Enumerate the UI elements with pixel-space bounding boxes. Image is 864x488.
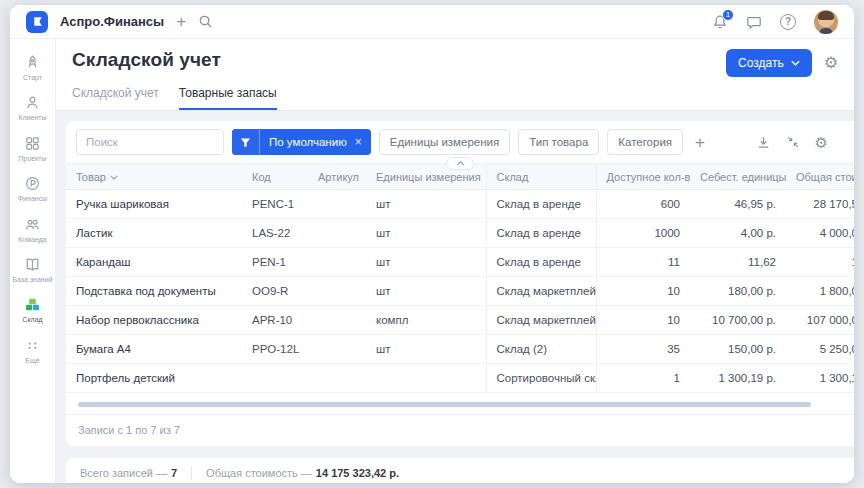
column-header-unit-cost[interactable]: Себест. единицы [690, 164, 786, 190]
table-row[interactable]: Набор первоклассникаAPR-10комплСклад мар… [66, 306, 854, 335]
tab-bar: Складской учет Товарные запасы [72, 86, 838, 110]
inventory-card: По умолчанию × Единицы измерения Тип тов… [66, 121, 854, 446]
sidebar-item-finance[interactable]: Финансы [10, 170, 56, 209]
rocket-icon [24, 54, 41, 71]
notifications-button[interactable]: 1 [712, 14, 728, 30]
people-icon [24, 216, 41, 233]
table-tools: ⚙ [756, 135, 844, 150]
collapse-table-button[interactable] [446, 157, 474, 170]
page-title: Складской учет [72, 49, 221, 71]
total-cost-value: 14 175 323,42 р. [316, 467, 399, 479]
table-row[interactable]: Ручка шариковаяPENC-1штСклад в аренде600… [66, 190, 854, 219]
table-row[interactable]: Бумага А4PPO-12LштСклад (2)35150,00 р.5 … [66, 335, 854, 364]
default-filter-chip[interactable]: По умолчанию × [232, 129, 371, 155]
total-records-value: 7 [171, 467, 177, 479]
filter-units-button[interactable]: Единицы измерения [379, 129, 510, 155]
sidebar-item-knowledge[interactable]: База знаний [10, 251, 56, 290]
page-settings-button[interactable]: ⚙ [824, 55, 838, 71]
column-header-product[interactable]: Товар [66, 164, 242, 190]
table-row[interactable]: КарандашPEN-1штСклад в аренде1111,621 [66, 248, 854, 277]
horizontal-scrollbar [78, 402, 842, 407]
person-icon [24, 94, 41, 111]
records-info: Записи с 1 по 7 из 7 [66, 414, 854, 446]
quick-add-button[interactable]: + [176, 13, 186, 30]
app-title: Аспро.Финансы [60, 14, 164, 29]
sidebar-item-clients[interactable]: Клиенты [10, 89, 56, 128]
summary-bar: Всего записей —7 Общая стоимость —14 175… [66, 458, 854, 483]
close-icon[interactable]: × [355, 135, 362, 149]
funnel-icon[interactable] [232, 129, 260, 155]
search-input[interactable] [76, 129, 224, 155]
content-area: По умолчанию × Единицы измерения Тип тов… [56, 111, 854, 483]
table-row[interactable]: Портфель детскийСортировочный скла11 300… [66, 364, 854, 393]
download-icon [756, 135, 771, 150]
page-header: Складской учет Создать ⚙ Складской учет … [56, 39, 854, 111]
help-button[interactable]: ? [780, 14, 796, 30]
export-button[interactable] [756, 135, 771, 150]
topbar-actions: 1 ? [712, 10, 838, 34]
column-header-code[interactable]: Код [242, 164, 308, 190]
more-dots-icon [24, 337, 41, 354]
column-header-warehouse[interactable]: Склад [486, 164, 596, 190]
app-logo-icon[interactable] [26, 11, 48, 33]
collapse-arrows-icon [786, 135, 800, 149]
chat-button[interactable] [746, 14, 762, 30]
topbar: Аспро.Финансы + 1 ? [10, 5, 854, 39]
grid-icon [24, 135, 41, 152]
warehouse-boxes-icon [24, 296, 41, 313]
chevron-down-icon [791, 60, 800, 66]
gear-icon: ⚙ [815, 135, 828, 150]
total-cost-label: Общая стоимость —14 175 323,42 р. [206, 467, 399, 479]
summary-divider [191, 466, 192, 480]
inventory-table: Товар Код Артикул Единицы измерения Скла… [66, 163, 854, 393]
tab-warehouse-accounting[interactable]: Складской учет [72, 86, 159, 110]
sidebar-item-projects[interactable]: Проекты [10, 130, 56, 169]
avatar[interactable] [814, 10, 838, 34]
table-row[interactable]: ЛастикLAS-22штСклад в аренде10004,00 р.4… [66, 219, 854, 248]
column-header-sku[interactable]: Артикул [308, 164, 366, 190]
sidebar-item-start[interactable]: Старт [10, 49, 56, 88]
column-header-total-cost[interactable]: Общая стоим [786, 164, 854, 190]
notification-badge: 1 [722, 9, 734, 21]
chat-icon [746, 14, 762, 30]
filter-product-type-button[interactable]: Тип товара [518, 129, 599, 155]
app-window: Аспро.Финансы + 1 ? Старт [10, 5, 854, 483]
help-icon: ? [780, 14, 796, 30]
sidebar: Старт Клиенты Проекты Финансы Команда Ба… [10, 39, 56, 483]
collapse-view-button[interactable] [786, 135, 800, 149]
create-button[interactable]: Создать [726, 49, 812, 77]
sort-chevron-icon [110, 175, 118, 180]
tab-inventory[interactable]: Товарные запасы [179, 86, 277, 110]
table-container: Товар Код Артикул Единицы измерения Скла… [66, 163, 854, 393]
sidebar-item-team[interactable]: Команда [10, 211, 56, 250]
plus-icon: + [176, 13, 186, 30]
add-filter-button[interactable]: + [691, 134, 709, 151]
chevron-up-icon [456, 161, 465, 166]
main-area: Складской учет Создать ⚙ Складской учет … [56, 39, 854, 483]
sidebar-item-more[interactable]: Ещё [10, 332, 56, 371]
sidebar-item-warehouse[interactable]: Склад [10, 291, 56, 330]
search-icon [198, 14, 213, 29]
filter-category-button[interactable]: Категория [607, 129, 683, 155]
gear-icon: ⚙ [824, 55, 838, 71]
book-icon [24, 256, 41, 273]
total-records-label: Всего записей —7 [80, 467, 177, 479]
column-header-quantity[interactable]: Доступное кол-во [596, 164, 690, 190]
plus-icon: + [695, 133, 705, 152]
scrollbar-thumb[interactable] [78, 402, 811, 407]
table-row[interactable]: Подставка под документыOO9-RштСклад марк… [66, 277, 854, 306]
ruble-coin-icon [24, 175, 41, 192]
table-settings-button[interactable]: ⚙ [815, 135, 828, 150]
global-search-button[interactable] [198, 14, 213, 29]
